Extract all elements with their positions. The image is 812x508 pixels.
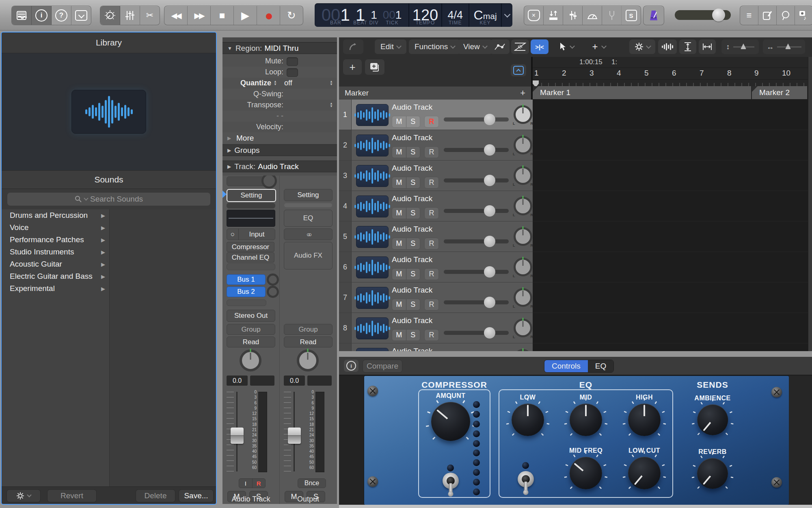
track-volume-slider[interactable] xyxy=(444,209,509,213)
send-level-knob[interactable] xyxy=(267,274,279,286)
dock-tab[interactable]: Controls xyxy=(544,360,588,372)
left-output-button[interactable]: Stereo Out xyxy=(227,310,275,322)
apple-loops-button[interactable] xyxy=(777,6,795,25)
lcd-time-section[interactable]: 4/4 TIME xyxy=(442,3,469,27)
record-enable-button[interactable]: R xyxy=(424,268,439,280)
plugin-knob[interactable]: MID xyxy=(570,394,602,436)
track-name[interactable]: Audio Track xyxy=(392,286,432,295)
right-format-button[interactable]: ○○ xyxy=(284,228,333,240)
solo-button[interactable]: S xyxy=(406,330,420,341)
transpose-row[interactable]: Transpose: ▲▼ xyxy=(222,100,337,111)
forward-button[interactable]: ▶▶ xyxy=(188,6,211,25)
solo-button[interactable]: S xyxy=(406,238,420,249)
track-lane[interactable] xyxy=(533,100,808,130)
automation-icon[interactable] xyxy=(490,39,510,54)
catch-playhead-button[interactable]: >|< xyxy=(531,39,549,54)
track-number[interactable]: 3 xyxy=(339,161,352,191)
click-button[interactable] xyxy=(563,6,583,25)
track-icon[interactable] xyxy=(356,256,389,278)
plugin-knob[interactable]: LOW xyxy=(512,394,544,436)
mute-button[interactable]: M xyxy=(392,269,406,280)
zoom-slider-thumb[interactable] xyxy=(785,43,791,49)
track-area-settings-menu[interactable] xyxy=(629,39,655,54)
dock-bottom-scrollbar[interactable] xyxy=(339,505,812,508)
horizontal-zoom-slider[interactable]: ↔ xyxy=(763,39,805,54)
quantize-value[interactable]: off xyxy=(284,79,292,87)
track-lane[interactable] xyxy=(533,252,808,282)
master-volume-slider[interactable] xyxy=(675,10,731,20)
plugin-knob[interactable]: MID FREQ xyxy=(569,447,603,489)
dock-info-button[interactable]: i xyxy=(344,360,358,372)
global-tracks-button[interactable] xyxy=(511,64,526,76)
quantize-row[interactable]: Quantize ▲▼ off ▲▼ xyxy=(222,78,337,89)
track-icon[interactable] xyxy=(356,195,389,217)
record-enable-button[interactable]: R xyxy=(424,146,439,158)
save-button[interactable]: Save... xyxy=(179,489,214,502)
right-setting-button[interactable]: Setting xyxy=(284,189,333,201)
metronome-button[interactable] xyxy=(644,6,664,25)
right-automation-button[interactable]: Read xyxy=(284,336,333,347)
solo-button[interactable]: S xyxy=(406,116,420,127)
volume-slider-thumb[interactable] xyxy=(484,114,495,125)
add-marker-button[interactable]: + xyxy=(520,88,525,98)
rewind-button[interactable]: ◀◀ xyxy=(164,6,188,25)
edit-menu[interactable]: Edit xyxy=(375,39,406,54)
track-name[interactable]: Audio Track xyxy=(392,255,432,264)
mute-button[interactable]: M xyxy=(392,238,406,249)
compressor-toggle-switch[interactable] xyxy=(442,473,460,497)
mute-checkbox[interactable] xyxy=(287,57,298,66)
left-input-button[interactable]: ○ Input xyxy=(227,228,275,240)
marker-segment[interactable]: Marker 1 xyxy=(533,86,752,99)
plugin-knob[interactable]: AMBIENCE xyxy=(694,395,730,435)
left-volume-value[interactable]: 0.0 xyxy=(227,376,248,386)
track-name[interactable]: Audio Track xyxy=(392,103,432,112)
record-enable-button[interactable]: R xyxy=(424,329,439,341)
track-pan-knob[interactable]: L R xyxy=(514,166,532,185)
track-row[interactable]: 1 Audio Track M S R L R xyxy=(339,100,812,130)
groups-header[interactable]: ▶ Groups xyxy=(222,144,337,156)
track-icon[interactable] xyxy=(356,135,389,156)
autopunch-button[interactable]: × xyxy=(524,6,544,25)
track-number[interactable]: 4 xyxy=(339,191,352,221)
plugin-slot-button[interactable]: Channel EQ xyxy=(227,252,274,263)
record-enable-button[interactable]: R xyxy=(424,177,439,189)
track-row[interactable]: 4 Audio Track M S R L R xyxy=(339,191,812,221)
volume-slider-thumb[interactable] xyxy=(484,297,495,308)
tuner-button[interactable] xyxy=(602,6,622,25)
lcd-display[interactable]: 001 BAR 1 BEAT 1 DIV 001 TICK 120 TEMPO … xyxy=(315,3,512,27)
library-list-item[interactable]: Drums and Percussion ▶ xyxy=(2,209,109,221)
mute-button[interactable]: M xyxy=(392,177,406,188)
master-level-button[interactable] xyxy=(583,6,602,25)
track-row[interactable]: 3 Audio Track M S R L R xyxy=(339,161,812,191)
track-name[interactable]: Audio Track xyxy=(392,316,432,325)
mixer-button[interactable] xyxy=(120,6,140,25)
track-name[interactable]: Audio Track xyxy=(392,164,432,173)
library-list-item[interactable]: Electric Guitar and Bass ▶ xyxy=(2,270,109,282)
undo-arrow-icon[interactable] xyxy=(343,39,363,54)
delete-button[interactable]: Delete xyxy=(136,489,175,502)
compare-button[interactable]: Compare xyxy=(363,360,402,373)
track-number[interactable]: 5 xyxy=(339,221,352,252)
search-input[interactable]: Search Sounds xyxy=(7,193,210,206)
region-inspector-header[interactable]: ▼ Region: MIDI Thru xyxy=(222,42,337,54)
track-lane[interactable] xyxy=(533,343,808,351)
left-pan-knob[interactable] xyxy=(240,350,261,371)
track-pan-knob[interactable]: L R xyxy=(514,258,532,276)
record-enable-button[interactable]: R xyxy=(424,238,439,250)
input-monitor-button[interactable]: I xyxy=(239,479,253,488)
track-lane[interactable] xyxy=(533,221,808,252)
left-setting-button[interactable]: Setting xyxy=(227,189,276,202)
quick-help-button[interactable]: ? xyxy=(52,6,71,25)
fader-cap[interactable] xyxy=(288,428,301,444)
track-pan-knob[interactable]: L R xyxy=(514,288,532,307)
track-number[interactable]: 9 xyxy=(339,343,352,351)
track-lane[interactable] xyxy=(533,313,808,343)
solo-button[interactable]: S xyxy=(406,208,420,219)
library-toggle-button[interactable] xyxy=(12,6,32,25)
track-lane[interactable] xyxy=(533,282,808,313)
marker-segment[interactable]: Marker 2 xyxy=(752,86,808,99)
plugin-slot-button[interactable]: Compressor xyxy=(227,242,274,252)
track-lane[interactable] xyxy=(533,130,808,161)
solo-button[interactable]: S xyxy=(406,269,420,280)
lcd-tempo-section[interactable]: 120 TEMPO xyxy=(409,3,442,27)
